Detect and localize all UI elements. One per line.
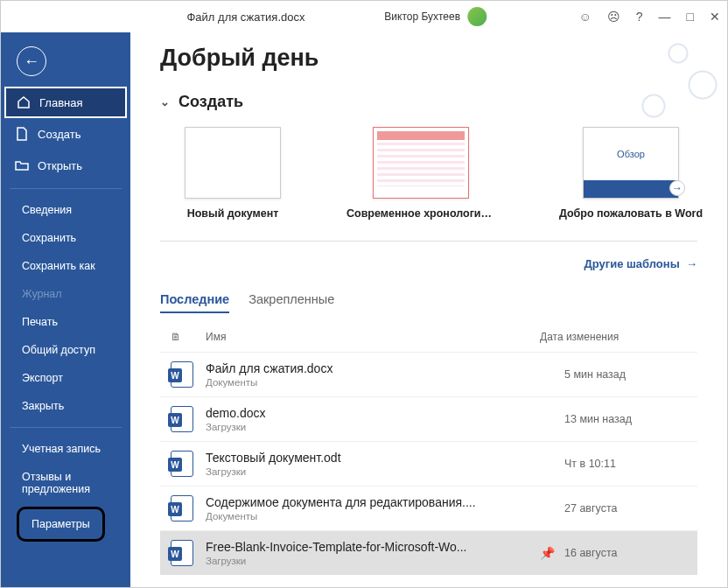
word-icon	[171, 451, 193, 477]
close-button[interactable]: ✕	[710, 10, 720, 24]
file-row[interactable]: Файл для сжатия.docx Документы 5 мин наз…	[160, 352, 697, 396]
document-title: Файл для сжатия.docx	[186, 10, 304, 24]
avatar[interactable]	[467, 7, 486, 26]
nav-share[interactable]: Общий доступ	[1, 336, 130, 364]
main-content: Добрый день ⌄ Создать Новый документ Сов…	[130, 32, 727, 587]
template-resume[interactable]: Современное хронологич...	[351, 127, 491, 220]
file-date: Чт в 10:11	[564, 458, 687, 470]
file-date: 13 мин назад	[564, 413, 687, 425]
nav-home[interactable]: Главная	[4, 87, 127, 118]
file-date: 16 августа	[564, 547, 687, 559]
file-location: Загрузки	[206, 422, 529, 432]
nav-print[interactable]: Печать	[1, 308, 130, 336]
sidebar: ← Главная Создать Открыть Сведения Сохра…	[1, 32, 130, 587]
nav-home-label: Главная	[39, 96, 82, 109]
nav-export[interactable]: Экспорт	[1, 364, 130, 392]
file-row[interactable]: Содержимое документа для редактирования.…	[160, 486, 697, 530]
template-label: Добро пожаловать в Word	[559, 207, 703, 220]
file-date: 27 августа	[564, 502, 687, 514]
folder-icon	[15, 158, 29, 172]
pin-icon[interactable]: 📌	[529, 546, 564, 560]
nav-create-label: Создать	[38, 128, 80, 141]
nav-info[interactable]: Сведения	[1, 196, 130, 224]
create-section-toggle[interactable]: ⌄ Создать	[160, 93, 697, 111]
nav-open-label: Открыть	[38, 159, 82, 172]
arrow-right-icon: →	[669, 180, 685, 196]
file-row[interactable]: demo.docx Загрузки 13 мин назад	[160, 396, 697, 441]
chevron-down-icon: ⌄	[160, 95, 170, 108]
user-name: Виктор Бухтеев	[384, 10, 460, 23]
template-welcome[interactable]: Обзор → Добро пожаловать в Word	[561, 127, 701, 220]
col-date[interactable]: Дата изменения	[540, 331, 697, 343]
file-name: demo.docx	[206, 406, 529, 420]
home-icon	[17, 95, 31, 109]
nav-feedback[interactable]: Отзывы и предложения	[1, 463, 130, 503]
minimize-button[interactable]: ―	[659, 10, 671, 24]
template-thumb: Обзор →	[583, 127, 679, 199]
template-label: Современное хронологич...	[346, 207, 495, 220]
help-icon[interactable]: ?	[636, 10, 643, 24]
tab-pinned[interactable]: Закрепленные	[248, 292, 334, 313]
word-icon	[171, 361, 193, 388]
file-name: Free-Blank-Invoice-Template-for-Microsof…	[206, 540, 529, 554]
document-icon	[15, 127, 29, 141]
col-name[interactable]: Имя	[206, 331, 540, 343]
create-section-label: Создать	[178, 93, 243, 111]
file-location: Загрузки	[206, 466, 529, 477]
nav-account[interactable]: Учетная запись	[1, 435, 130, 463]
word-icon	[171, 495, 193, 522]
back-button[interactable]: ←	[17, 46, 46, 76]
nav-open[interactable]: Открыть	[1, 150, 130, 181]
file-location: Документы	[206, 511, 529, 522]
file-row[interactable]: Текстовый документ.odt Загрузки Чт в 10:…	[160, 441, 697, 486]
nav-create[interactable]: Создать	[1, 118, 130, 150]
file-name: Содержимое документа для редактирования.…	[206, 495, 529, 509]
nav-close[interactable]: Закрыть	[1, 392, 130, 420]
user-area[interactable]: Виктор Бухтеев	[384, 7, 486, 26]
file-name: Текстовый документ.odt	[206, 451, 529, 465]
template-thumb	[373, 127, 469, 199]
file-row[interactable]: Free-Blank-Invoice-Template-for-Microsof…	[160, 530, 697, 575]
more-templates-link[interactable]: Другие шаблоны →	[584, 257, 698, 270]
titlebar: Файл для сжатия.docx Виктор Бухтеев ☺ ☹ …	[1, 1, 727, 32]
file-date: 5 мин назад	[564, 368, 687, 381]
template-label: Новый документ	[187, 207, 279, 220]
file-location: Загрузки	[206, 556, 529, 566]
template-blank[interactable]: Новый документ	[185, 127, 281, 220]
nav-options[interactable]: Параметры	[17, 507, 105, 542]
word-icon	[171, 406, 193, 432]
template-thumb	[185, 127, 281, 199]
maximize-button[interactable]: □	[687, 10, 694, 24]
file-location: Документы	[206, 377, 529, 388]
smile-icon[interactable]: ☺	[578, 10, 591, 24]
nav-saveas[interactable]: Сохранить как	[1, 252, 130, 280]
sad-icon[interactable]: ☹	[607, 10, 620, 24]
tab-recent[interactable]: Последние	[160, 292, 229, 313]
greeting: Добрый день	[160, 45, 697, 72]
nav-save[interactable]: Сохранить	[1, 224, 130, 252]
nav-history: Журнал	[1, 280, 130, 308]
file-name: Файл для сжатия.docx	[206, 361, 529, 375]
word-icon	[171, 540, 193, 566]
file-icon: 🗎	[171, 331, 206, 343]
list-header: 🗎 Имя Дата изменения	[160, 326, 697, 352]
